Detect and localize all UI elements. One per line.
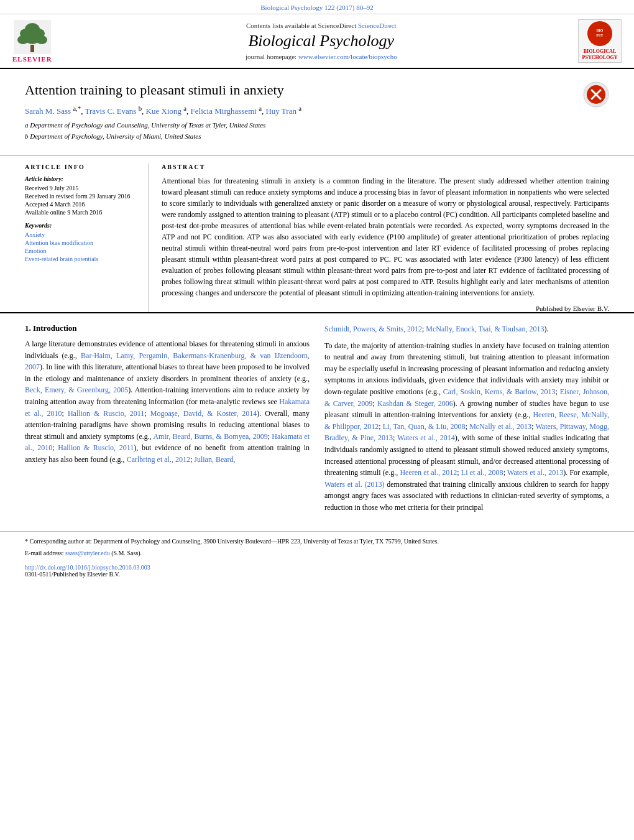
crossmark-logo	[583, 81, 609, 110]
ref-carl-soskin[interactable]: Carl, Soskin, Kerns, & Barlow, 2013	[443, 387, 556, 396]
keyword-2[interactable]: Attention bias modification	[25, 239, 139, 246]
accepted-date: Accepted 4 March 2016	[25, 201, 139, 208]
author-evans[interactable]: Travis C. Evans	[85, 106, 136, 116]
article-title: Attention training to pleasant stimuli i…	[25, 81, 609, 99]
footnote-email: E-mail address: ssass@uttyler.edu (S.M. …	[25, 548, 609, 558]
sciencedirect-link[interactable]: ScienceDirect	[358, 22, 397, 29]
keywords-heading: Keywords:	[25, 222, 139, 229]
intro-paragraph-1: A large literature demonstrates evidence…	[25, 338, 310, 466]
svg-rect-7	[30, 45, 34, 52]
ref-beck[interactable]: Beck, Emery, & Greenburg, 2005	[25, 385, 128, 394]
issn-line: 0301-0511/Published by Elsevier B.V.	[25, 571, 120, 578]
published-line: Published by Elsevier B.V.	[162, 305, 609, 312]
ref-mcnally-enock[interactable]: McNally, Enock, Tsai, & Toulsan, 2013	[426, 325, 544, 333]
ref-li-tan[interactable]: Li, Tan, Quan, & Liu, 2008	[383, 422, 466, 431]
journal-homepage-link[interactable]: www.elsevier.com/locate/biopsycho	[298, 53, 397, 60]
svg-point-6	[36, 35, 47, 44]
footnote-corresponding: * Corresponding author at: Department of…	[25, 537, 609, 546]
body-left-column: 1. Introduction A large literature demon…	[25, 323, 310, 519]
author-tran[interactable]: Huy Tran	[265, 106, 296, 116]
article-header-section: Attention training to pleasant stimuli i…	[0, 69, 634, 155]
ref-hallion-ruscio2[interactable]: Hallion & Ruscio, 2011	[58, 443, 134, 452]
affiliations-block: a Department of Psychology and Counselin…	[25, 120, 609, 142]
journal-center-block: Contents lists available at ScienceDirec…	[65, 22, 578, 60]
keyword-1[interactable]: Anxiety	[25, 231, 139, 238]
ref-amir-beard[interactable]: Amir, Beard, Burns, & Bomyea, 2009	[153, 432, 267, 441]
ref-li2008[interactable]: Li et al., 2008	[461, 468, 503, 477]
footnotes-section: * Corresponding author at: Department of…	[0, 531, 634, 558]
contents-available-line: Contents lists available at ScienceDirec…	[65, 22, 578, 29]
keyword-4[interactable]: Event-related brain potentials	[25, 256, 139, 262]
ref-barhaim[interactable]: Bar-Haim, Lamy, Pergamin, Bakermans-Kran…	[25, 351, 310, 372]
affiliation-a: a Department of Psychology and Counselin…	[25, 120, 609, 131]
journal-name-heading: Biological Psychology	[65, 32, 578, 50]
keywords-block: Keywords: Anxiety Attention bias modific…	[25, 222, 139, 262]
ref-waters2013b[interactable]: Waters et al. (2013)	[324, 480, 384, 489]
intro-heading: 1. Introduction	[25, 323, 310, 333]
abstract-column: ABSTRACT Attentional bias for threatenin…	[162, 164, 609, 312]
intro-paragraph-1-continued: Schmidt, Powers, & Smits, 2012; McNally,…	[324, 323, 609, 335]
affiliation-b: b Department of Psychology, University o…	[25, 131, 609, 142]
article-info-column: ARTICLE INFO Article history: Received 9…	[25, 164, 149, 312]
abstract-text: Attentional bias for threatening stimuli…	[162, 175, 609, 298]
article-info-heading: ARTICLE INFO	[25, 164, 139, 170]
author-xiong[interactable]: Kue Xiong	[146, 106, 181, 116]
email-link[interactable]: ssass@uttyler.edu	[65, 550, 111, 556]
journal-logo-text: BIOLOGICAL PSYCHOLOGY	[579, 48, 621, 62]
elsevier-tree-icon	[14, 20, 51, 54]
ref-schmidt[interactable]: Schmidt, Powers, & Smits, 2012	[324, 325, 422, 333]
journal-citation-bar: Biological Psychology 122 (2017) 80–92	[0, 0, 634, 14]
journal-citation: Biological Psychology 122 (2017) 80–92	[260, 4, 374, 11]
author-sass[interactable]: Sarah M. Sass	[25, 106, 71, 116]
authors-line: Sarah M. Sass a,*, Travis C. Evans b, Ku…	[25, 104, 609, 116]
elsevier-logo-block: ELSEVIER	[12, 20, 52, 63]
ref-mcnally2013[interactable]: McNally et al., 2013	[469, 422, 531, 431]
ref-kashdan[interactable]: Kashdan & Steger, 2006	[377, 399, 453, 408]
journal-header: ELSEVIER Contents lists available at Sci…	[0, 14, 634, 69]
ref-waters2013[interactable]: Waters et al., 2013	[507, 468, 563, 477]
ref-mogoa[interactable]: Mogoașe, David, & Koster, 2014	[150, 409, 257, 418]
main-body-section: 1. Introduction A large literature demon…	[0, 312, 634, 531]
ref-heeren2012[interactable]: Heeren et al., 2012	[400, 468, 457, 477]
received-date: Received 9 July 2015	[25, 185, 139, 192]
homepage-line: journal homepage: www.elsevier.com/locat…	[65, 53, 578, 60]
ref-julian-beard[interactable]: Julian, Beard,	[194, 455, 235, 464]
ref-hallion-ruscio-2011[interactable]: Hallion & Ruscio, 2011	[68, 409, 144, 418]
body-two-column-layout: 1. Introduction A large literature demon…	[25, 323, 609, 519]
doi-link[interactable]: http://dx.doi.org/10.1016/j.biopsycho.20…	[25, 564, 150, 571]
article-info-abstract-section: ARTICLE INFO Article history: Received 9…	[0, 155, 634, 312]
available-date: Available online 9 March 2016	[25, 209, 139, 216]
article-history-block: Article history: Received 9 July 2015 Re…	[25, 175, 139, 216]
keyword-3[interactable]: Emotion	[25, 247, 139, 254]
abstract-heading: ABSTRACT	[162, 164, 609, 170]
author-mirghassemi[interactable]: Felicia Mirghassemi	[191, 106, 257, 116]
bio-circle-icon: BIOPSY	[587, 21, 612, 46]
ref-waters2014[interactable]: Waters et al., 2014	[397, 433, 455, 442]
doi-section: http://dx.doi.org/10.1016/j.biopsycho.20…	[0, 560, 634, 580]
elsevier-label: ELSEVIER	[12, 55, 52, 63]
intro-paragraph-2: To date, the majority of attention-train…	[324, 340, 609, 514]
revised-date: Received in revised form 29 January 2016	[25, 193, 139, 200]
body-right-column: Schmidt, Powers, & Smits, 2012; McNally,…	[324, 323, 609, 519]
ref-carlbring[interactable]: Carlbring et al., 2012	[127, 455, 190, 464]
journal-cover-logo: BIOPSY BIOLOGICAL PSYCHOLOGY	[578, 19, 622, 63]
history-title: Article history:	[25, 175, 139, 182]
